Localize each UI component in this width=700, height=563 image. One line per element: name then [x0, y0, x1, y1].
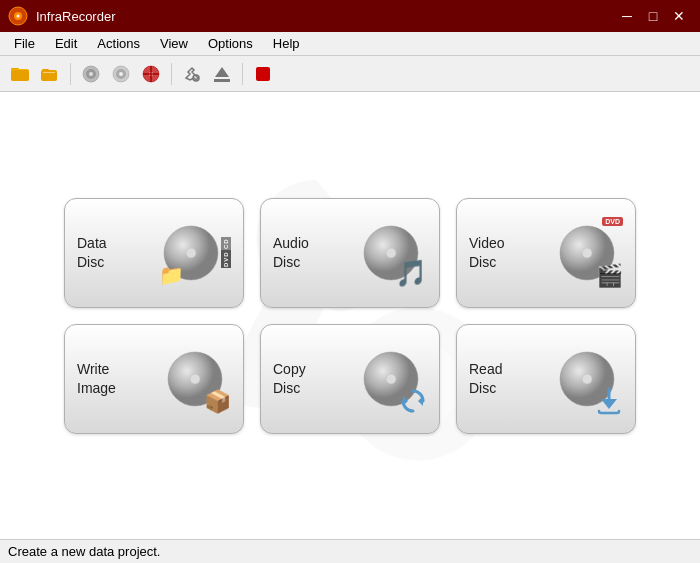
write-image-button[interactable]: WriteImage 📦: [64, 324, 244, 434]
maximize-button[interactable]: □: [640, 6, 666, 26]
write-image-icon: 📦: [159, 343, 231, 415]
menu-edit[interactable]: Edit: [45, 34, 87, 53]
toolbar-stop[interactable]: [249, 60, 277, 88]
menu-options[interactable]: Options: [198, 34, 263, 53]
copy-arrows-icon: [399, 387, 427, 415]
svg-point-32: [582, 248, 592, 258]
box-icon: 📦: [204, 389, 231, 415]
buttons-grid: DataDisc 📁 CD: [64, 198, 636, 434]
toolbar-sep-3: [242, 63, 243, 85]
data-disc-button[interactable]: DataDisc 📁 CD: [64, 198, 244, 308]
data-disc-icon: 📁 CD DVD: [151, 217, 231, 289]
toolbar-sep-2: [171, 63, 172, 85]
svg-point-14: [119, 72, 123, 76]
video-disc-label: VideoDisc: [469, 234, 543, 270]
toolbar-disc-2[interactable]: [107, 60, 135, 88]
minimize-button[interactable]: ─: [614, 6, 640, 26]
main-content: DataDisc 📁 CD: [0, 92, 700, 539]
status-bar: Create a new data project.: [0, 539, 700, 563]
stop-icon: [253, 64, 273, 84]
svg-point-30: [386, 248, 396, 258]
toolbar-new-folder[interactable]: [6, 60, 34, 88]
svg-rect-22: [256, 67, 270, 81]
svg-rect-20: [214, 79, 230, 82]
tools-icon: [182, 64, 202, 84]
toolbar-sep-1: [70, 63, 71, 85]
disc2-icon: [111, 64, 131, 84]
menu-view[interactable]: View: [150, 34, 198, 53]
status-text: Create a new data project.: [8, 544, 160, 559]
video-disc-icon: DVD 🎬: [551, 217, 623, 289]
menu-help[interactable]: Help: [263, 34, 310, 53]
svg-point-11: [89, 72, 93, 76]
menu-file[interactable]: File: [4, 34, 45, 53]
disc-icon: [81, 64, 101, 84]
svg-rect-8: [43, 72, 55, 73]
write-image-label: WriteImage: [77, 360, 151, 396]
svg-marker-21: [215, 67, 229, 77]
cd-dvd-badge: CD DVD: [221, 237, 231, 268]
read-disc-label: ReadDisc: [469, 360, 543, 396]
app-logo: [8, 6, 28, 26]
data-disc-label: DataDisc: [77, 234, 143, 270]
svg-rect-7: [41, 70, 57, 81]
toolbar: [0, 56, 700, 92]
svg-point-28: [186, 248, 196, 258]
window-title: InfraRecorder: [36, 9, 614, 24]
audio-disc-button[interactable]: AudioDisc 🎵: [260, 198, 440, 308]
music-note-icon: 🎵: [395, 258, 427, 289]
svg-point-40: [582, 374, 592, 384]
svg-marker-38: [403, 396, 408, 406]
copy-disc-label: CopyDisc: [273, 360, 347, 396]
read-disc-icon: [551, 343, 623, 415]
copy-disc-icon: [355, 343, 427, 415]
toolbar-eject[interactable]: [208, 60, 236, 88]
toolbar-disc-3[interactable]: [137, 60, 165, 88]
svg-point-36: [386, 374, 396, 384]
video-disc-button[interactable]: VideoDisc DVD 🎬: [456, 198, 636, 308]
read-disc-button[interactable]: ReadDisc: [456, 324, 636, 434]
toolbar-open[interactable]: [36, 60, 64, 88]
open-icon: [40, 64, 60, 84]
disc3-icon: [141, 64, 161, 84]
download-arrow-icon: [595, 387, 623, 415]
eject-icon: [212, 64, 232, 84]
svg-marker-41: [601, 399, 617, 409]
svg-point-2: [17, 15, 20, 18]
folder-overlay-icon: 📁: [159, 263, 184, 287]
dvd-badge-icon: DVD: [602, 217, 623, 226]
audio-disc-icon: 🎵: [355, 217, 427, 289]
svg-point-34: [190, 374, 200, 384]
window-controls: ─ □ ✕: [614, 6, 692, 26]
svg-marker-37: [418, 396, 423, 406]
copy-disc-button[interactable]: CopyDisc: [260, 324, 440, 434]
menu-bar: File Edit Actions View Options Help: [0, 32, 700, 56]
svg-rect-5: [11, 70, 29, 81]
menu-actions[interactable]: Actions: [87, 34, 150, 53]
audio-disc-label: AudioDisc: [273, 234, 347, 270]
film-icon: 🎬: [596, 263, 623, 289]
toolbar-tools[interactable]: [178, 60, 206, 88]
new-folder-icon: [10, 64, 30, 84]
toolbar-disc-1[interactable]: [77, 60, 105, 88]
title-bar: InfraRecorder ─ □ ✕: [0, 0, 700, 32]
close-button[interactable]: ✕: [666, 6, 692, 26]
